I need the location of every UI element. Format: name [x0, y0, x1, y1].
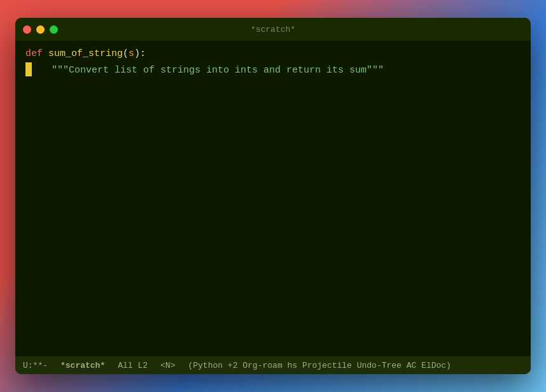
status-buffer: *scratch*	[60, 361, 105, 370]
cursor	[25, 62, 32, 76]
paren-close: ):	[134, 46, 146, 62]
statusbar: U:**- *scratch* All L2 <N> (Python +2 Or…	[15, 356, 531, 374]
function-name: sum_of_string	[48, 46, 123, 62]
status-narrowing: <N>	[160, 361, 175, 370]
maximize-button[interactable]	[50, 25, 58, 34]
code-line-1: def sum_of_string ( s ):	[15, 46, 531, 62]
window-title: *scratch*	[251, 25, 295, 34]
code-line-2: """Convert list of strings into ints and…	[15, 62, 531, 79]
docstring: """Convert list of strings into ints and…	[52, 62, 384, 79]
editor-window: *scratch* def sum_of_string ( s ): """Co…	[15, 18, 531, 374]
keyword-def: def	[25, 46, 43, 62]
param-s: s	[129, 46, 134, 62]
close-button[interactable]	[23, 25, 31, 34]
indent-spaces	[34, 62, 52, 79]
traffic-lights	[23, 25, 58, 34]
status-position: All L2	[118, 361, 148, 370]
editor-area[interactable]: def sum_of_string ( s ): """Convert list…	[15, 41, 531, 356]
titlebar: *scratch*	[15, 18, 531, 41]
minimize-button[interactable]	[36, 25, 45, 34]
status-mode: U:**-	[23, 361, 48, 370]
status-modes: (Python +2 Org-roam hs Projectile Undo-T…	[188, 361, 451, 370]
space-1	[43, 46, 48, 62]
paren-open: (	[123, 46, 129, 62]
